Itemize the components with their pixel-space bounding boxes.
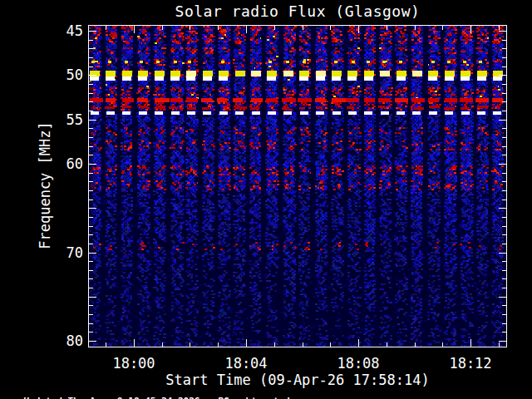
x-tick-label-1808: 18:08	[337, 355, 379, 372]
y-tick-label-55: 55	[48, 111, 83, 128]
y-tick-label-80: 80	[48, 332, 83, 349]
x-tick-label-1800: 18:00	[112, 355, 155, 372]
y-tick-label-70: 70	[48, 244, 83, 261]
y-tick-label-45: 45	[48, 22, 83, 39]
status-bar: Updated Thu Apr 9 18:45:34 2026BG subtra…	[2, 385, 290, 399]
x-tick-label-1804: 18:04	[224, 355, 267, 372]
chart-title: Solar radio Flux (Glasgow)	[88, 2, 507, 20]
spectrogram-plot-area	[88, 25, 507, 347]
y-tick-label-60: 60	[48, 155, 83, 172]
bg-subtracted-label: BG subtracted	[218, 396, 289, 399]
updated-timestamp: Updated Thu Apr 9 18:45:34 2026	[24, 396, 200, 399]
solar-radio-spectrogram-window: Solar radio Flux (Glasgow) Frequency [MH…	[0, 0, 532, 399]
y-axis-title: Frequency [MHz]	[37, 121, 53, 249]
x-tick-label-1812: 18:12	[449, 355, 491, 372]
y-tick-label-50: 50	[48, 66, 83, 83]
